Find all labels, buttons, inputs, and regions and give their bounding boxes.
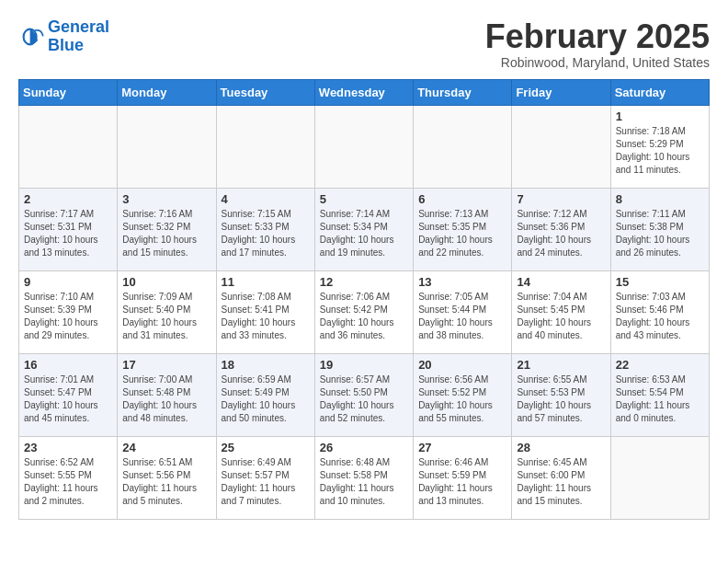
logo: General Blue <box>18 18 109 55</box>
day-number: 5 <box>320 192 408 206</box>
calendar-cell <box>118 105 216 188</box>
col-header-monday: Monday <box>118 79 216 105</box>
calendar-week-row: 16Sunrise: 7:01 AM Sunset: 5:47 PM Dayli… <box>19 353 710 436</box>
calendar-cell: 26Sunrise: 6:48 AM Sunset: 5:58 PM Dayli… <box>314 436 413 519</box>
calendar-cell: 17Sunrise: 7:00 AM Sunset: 5:48 PM Dayli… <box>118 353 216 436</box>
day-number: 21 <box>517 358 605 372</box>
day-number: 27 <box>418 441 506 454</box>
calendar-week-row: 2Sunrise: 7:17 AM Sunset: 5:31 PM Daylig… <box>19 188 710 270</box>
calendar-cell: 19Sunrise: 6:57 AM Sunset: 5:50 PM Dayli… <box>314 353 413 436</box>
day-info: Sunrise: 6:55 AM Sunset: 5:53 PM Dayligh… <box>517 373 605 425</box>
calendar-cell: 1Sunrise: 7:18 AM Sunset: 5:29 PM Daylig… <box>610 105 709 188</box>
day-info: Sunrise: 7:18 AM Sunset: 5:29 PM Dayligh… <box>616 125 704 177</box>
calendar-table: SundayMondayTuesdayWednesdayThursdayFrid… <box>18 79 710 520</box>
day-number: 17 <box>122 358 210 372</box>
day-number: 22 <box>616 358 704 372</box>
calendar-week-row: 23Sunrise: 6:52 AM Sunset: 5:55 PM Dayli… <box>19 436 710 519</box>
col-header-wednesday: Wednesday <box>314 79 413 105</box>
calendar-header-row: SundayMondayTuesdayWednesdayThursdayFrid… <box>19 79 710 105</box>
col-header-tuesday: Tuesday <box>216 79 314 105</box>
day-info: Sunrise: 7:12 AM Sunset: 5:36 PM Dayligh… <box>517 208 605 259</box>
day-number: 28 <box>517 441 605 454</box>
day-info: Sunrise: 6:53 AM Sunset: 5:54 PM Dayligh… <box>616 373 704 425</box>
day-number: 18 <box>222 358 310 372</box>
day-number: 1 <box>616 109 704 123</box>
day-number: 10 <box>122 275 210 289</box>
day-number: 8 <box>616 192 704 206</box>
calendar-cell: 8Sunrise: 7:11 AM Sunset: 5:38 PM Daylig… <box>610 188 709 270</box>
col-header-thursday: Thursday <box>414 79 512 105</box>
day-info: Sunrise: 6:57 AM Sunset: 5:50 PM Dayligh… <box>320 373 408 425</box>
calendar-cell: 9Sunrise: 7:10 AM Sunset: 5:39 PM Daylig… <box>19 270 118 353</box>
calendar-cell <box>314 105 413 188</box>
calendar-cell <box>512 105 610 188</box>
day-number: 9 <box>24 275 112 289</box>
calendar-cell: 28Sunrise: 6:45 AM Sunset: 6:00 PM Dayli… <box>512 436 610 519</box>
calendar-cell: 12Sunrise: 7:06 AM Sunset: 5:42 PM Dayli… <box>314 270 413 353</box>
calendar-cell: 24Sunrise: 6:51 AM Sunset: 5:56 PM Dayli… <box>118 436 216 519</box>
day-number: 14 <box>517 275 605 289</box>
day-info: Sunrise: 7:06 AM Sunset: 5:42 PM Dayligh… <box>320 291 408 342</box>
day-info: Sunrise: 7:09 AM Sunset: 5:40 PM Dayligh… <box>122 291 210 342</box>
calendar-cell: 20Sunrise: 6:56 AM Sunset: 5:52 PM Dayli… <box>414 353 512 436</box>
calendar-cell: 4Sunrise: 7:15 AM Sunset: 5:33 PM Daylig… <box>216 188 314 270</box>
calendar-cell: 10Sunrise: 7:09 AM Sunset: 5:40 PM Dayli… <box>118 270 216 353</box>
calendar-cell: 16Sunrise: 7:01 AM Sunset: 5:47 PM Dayli… <box>19 353 118 436</box>
day-number: 15 <box>616 275 704 289</box>
col-header-sunday: Sunday <box>19 79 118 105</box>
day-info: Sunrise: 6:52 AM Sunset: 5:55 PM Dayligh… <box>24 456 112 508</box>
day-info: Sunrise: 6:56 AM Sunset: 5:52 PM Dayligh… <box>418 373 506 425</box>
calendar-cell: 25Sunrise: 6:49 AM Sunset: 5:57 PM Dayli… <box>216 436 314 519</box>
day-info: Sunrise: 6:45 AM Sunset: 6:00 PM Dayligh… <box>517 456 605 508</box>
calendar-cell <box>216 105 314 188</box>
page-header: General Blue February 2025 Robinwood, Ma… <box>18 18 710 70</box>
day-info: Sunrise: 7:00 AM Sunset: 5:48 PM Dayligh… <box>122 373 210 425</box>
day-number: 19 <box>320 358 408 372</box>
day-info: Sunrise: 7:01 AM Sunset: 5:47 PM Dayligh… <box>24 373 112 425</box>
calendar-cell: 18Sunrise: 6:59 AM Sunset: 5:49 PM Dayli… <box>216 353 314 436</box>
day-number: 12 <box>320 275 408 289</box>
calendar-cell: 21Sunrise: 6:55 AM Sunset: 5:53 PM Dayli… <box>512 353 610 436</box>
calendar-cell: 13Sunrise: 7:05 AM Sunset: 5:44 PM Dayli… <box>414 270 512 353</box>
day-info: Sunrise: 7:14 AM Sunset: 5:34 PM Dayligh… <box>320 208 408 259</box>
day-number: 2 <box>24 192 112 206</box>
day-info: Sunrise: 6:49 AM Sunset: 5:57 PM Dayligh… <box>222 456 310 508</box>
location-subtitle: Robinwood, Maryland, United States <box>485 55 710 70</box>
day-info: Sunrise: 7:17 AM Sunset: 5:31 PM Dayligh… <box>24 208 112 259</box>
calendar-cell: 3Sunrise: 7:16 AM Sunset: 5:32 PM Daylig… <box>118 188 216 270</box>
day-number: 24 <box>122 441 210 454</box>
title-block: February 2025 Robinwood, Maryland, Unite… <box>485 18 710 70</box>
calendar-cell: 14Sunrise: 7:04 AM Sunset: 5:45 PM Dayli… <box>512 270 610 353</box>
calendar-cell: 5Sunrise: 7:14 AM Sunset: 5:34 PM Daylig… <box>314 188 413 270</box>
calendar-cell: 27Sunrise: 6:46 AM Sunset: 5:59 PM Dayli… <box>414 436 512 519</box>
calendar-week-row: 9Sunrise: 7:10 AM Sunset: 5:39 PM Daylig… <box>19 270 710 353</box>
month-year-title: February 2025 <box>485 18 710 55</box>
day-number: 13 <box>418 275 506 289</box>
day-info: Sunrise: 7:10 AM Sunset: 5:39 PM Dayligh… <box>24 291 112 342</box>
day-info: Sunrise: 6:48 AM Sunset: 5:58 PM Dayligh… <box>320 456 408 508</box>
calendar-cell <box>19 105 118 188</box>
col-header-friday: Friday <box>512 79 610 105</box>
day-info: Sunrise: 6:59 AM Sunset: 5:49 PM Dayligh… <box>222 373 310 425</box>
col-header-saturday: Saturday <box>610 79 709 105</box>
day-info: Sunrise: 7:13 AM Sunset: 5:35 PM Dayligh… <box>418 208 506 259</box>
day-info: Sunrise: 7:11 AM Sunset: 5:38 PM Dayligh… <box>616 208 704 259</box>
day-number: 11 <box>222 275 310 289</box>
day-info: Sunrise: 7:15 AM Sunset: 5:33 PM Dayligh… <box>222 208 310 259</box>
day-number: 26 <box>320 441 408 454</box>
day-number: 16 <box>24 358 112 372</box>
day-number: 23 <box>24 441 112 454</box>
calendar-cell: 23Sunrise: 6:52 AM Sunset: 5:55 PM Dayli… <box>19 436 118 519</box>
day-number: 3 <box>122 192 210 206</box>
calendar-cell: 15Sunrise: 7:03 AM Sunset: 5:46 PM Dayli… <box>610 270 709 353</box>
day-info: Sunrise: 6:51 AM Sunset: 5:56 PM Dayligh… <box>122 456 210 508</box>
logo-text: General Blue <box>48 18 109 55</box>
day-info: Sunrise: 7:04 AM Sunset: 5:45 PM Dayligh… <box>517 291 605 342</box>
day-info: Sunrise: 6:46 AM Sunset: 5:59 PM Dayligh… <box>418 456 506 508</box>
day-info: Sunrise: 7:16 AM Sunset: 5:32 PM Dayligh… <box>122 208 210 259</box>
day-number: 20 <box>418 358 506 372</box>
day-info: Sunrise: 7:08 AM Sunset: 5:41 PM Dayligh… <box>222 291 310 342</box>
day-number: 25 <box>222 441 310 454</box>
calendar-cell: 22Sunrise: 6:53 AM Sunset: 5:54 PM Dayli… <box>610 353 709 436</box>
calendar-cell: 11Sunrise: 7:08 AM Sunset: 5:41 PM Dayli… <box>216 270 314 353</box>
